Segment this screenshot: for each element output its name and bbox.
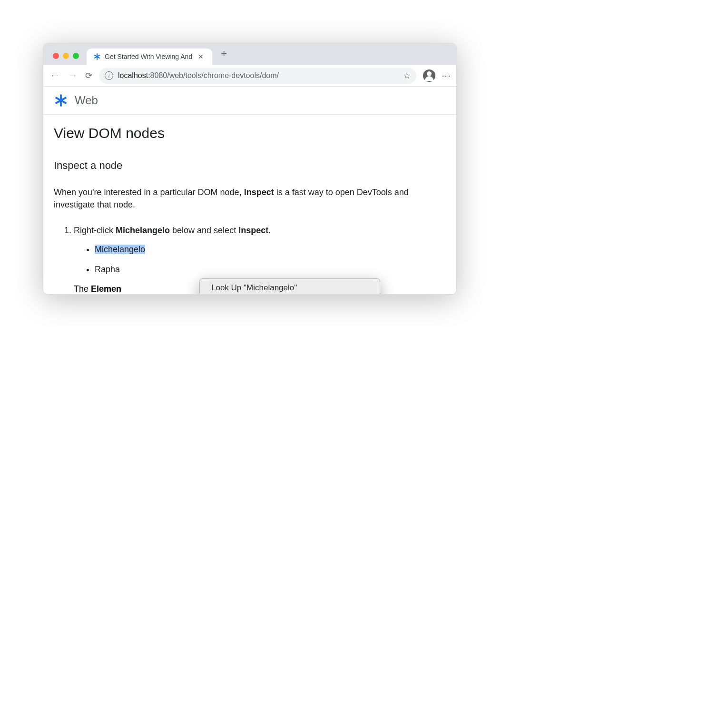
profile-avatar-icon[interactable] xyxy=(423,69,435,82)
followup-a: The xyxy=(74,284,91,294)
bookmark-star-icon[interactable]: ☆ xyxy=(403,70,411,81)
cm-lookup-label: Look Up "Michelangelo" xyxy=(211,283,297,293)
context-menu: Look Up "Michelangelo" Copy Search Googl… xyxy=(199,278,380,295)
tab-title: Get Started With Viewing And xyxy=(105,53,192,60)
step1-text-c: below and select xyxy=(170,226,238,235)
browser-tab[interactable]: Get Started With Viewing And ✕ xyxy=(87,49,212,65)
url-path: /web/tools/chrome-devtools/dom/ xyxy=(167,71,279,79)
reload-button[interactable]: ⟳ xyxy=(85,70,92,81)
list-item-raphael[interactable]: Rapha xyxy=(95,263,446,276)
intro-bold: Inspect xyxy=(244,187,274,197)
context-menu-lookup[interactable]: Look Up "Michelangelo" xyxy=(200,281,380,295)
site-header: Web xyxy=(43,87,456,115)
tab-favicon-icon xyxy=(93,53,101,60)
url-host: localhost: xyxy=(118,71,150,79)
browser-window: Get Started With Viewing And ✕ + ← → ⟳ i… xyxy=(43,43,457,295)
page-content: View DOM nodes Inspect a node When you'r… xyxy=(43,115,456,294)
names-list: Michelangelo Rapha xyxy=(74,243,446,276)
forward-button[interactable]: → xyxy=(67,70,79,81)
chrome-menu-button[interactable]: ⋮ xyxy=(442,72,451,79)
site-title: Web xyxy=(75,94,98,107)
zoom-window-button[interactable] xyxy=(73,53,79,59)
page-heading-h2: View DOM nodes xyxy=(54,125,446,141)
step1-bold-2: Inspect xyxy=(238,226,268,235)
address-bar[interactable]: i localhost:8080/web/tools/chrome-devtoo… xyxy=(99,68,416,84)
browser-toolbar: ← → ⟳ i localhost:8080/web/tools/chrome-… xyxy=(43,65,456,87)
site-info-icon[interactable]: i xyxy=(105,71,113,80)
intro-paragraph: When you're interested in a particular D… xyxy=(54,186,446,211)
step1-bold-1: Michelangelo xyxy=(116,226,170,235)
new-tab-button[interactable]: + xyxy=(215,48,233,65)
raphael-text: Rapha xyxy=(95,265,120,274)
back-button[interactable]: ← xyxy=(49,70,60,81)
close-window-button[interactable] xyxy=(53,53,59,59)
site-logo-icon xyxy=(54,93,68,108)
page-heading-h3: Inspect a node xyxy=(54,159,446,172)
close-tab-button[interactable]: ✕ xyxy=(196,53,206,60)
tab-strip: Get Started With Viewing And ✕ + xyxy=(43,43,456,65)
step1-text-e: . xyxy=(268,226,271,235)
url-port: 8080 xyxy=(150,71,167,79)
step1-text-a: Right-click xyxy=(74,226,116,235)
traffic-lights xyxy=(49,53,84,65)
selected-text: Michelangelo xyxy=(95,245,145,254)
url-text: localhost:8080/web/tools/chrome-devtools… xyxy=(118,71,398,80)
minimize-window-button[interactable] xyxy=(63,53,69,59)
intro-text-1: When you're interested in a particular D… xyxy=(54,187,244,197)
followup-b: Elemen xyxy=(91,284,121,294)
list-item-michelangelo[interactable]: Michelangelo xyxy=(95,243,446,256)
step-1: Right-click Michelangelo below and selec… xyxy=(74,224,446,276)
steps-list: Right-click Michelangelo below and selec… xyxy=(54,224,446,276)
